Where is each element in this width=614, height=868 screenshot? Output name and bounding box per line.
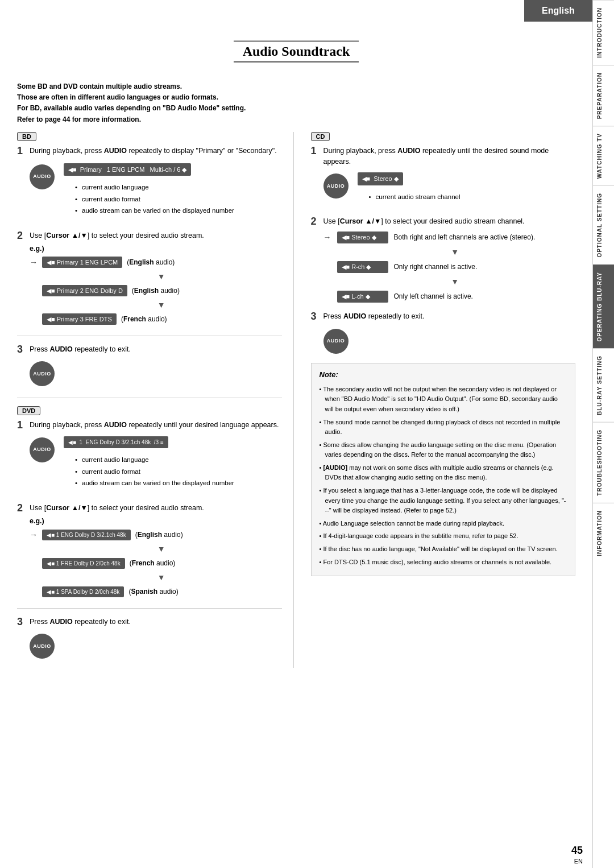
note-item-8: If the disc has no audio language, "Not … — [320, 544, 567, 555]
bd-step2-content: Use [Cursor ▲/▼] to select your desired … — [30, 230, 282, 328]
title-wrapper: Audio Soundtrack — [17, 11, 575, 72]
tab-troubleshooting[interactable]: TROUBLESHOOTING — [593, 422, 615, 503]
dvd-triangle-1: ▼ — [41, 543, 282, 555]
cd-channel-desc-1: Both right and left channels are active … — [394, 233, 536, 242]
dvd-divider-top — [17, 398, 282, 398]
page-en: EN — [574, 858, 583, 865]
dvd-stream-screen-1: ◀■ 1 ENG Dolby D 3/2.1ch 48k — [42, 530, 131, 540]
tab-operating-bluray[interactable]: OPERATING BLU-RAY — [593, 264, 615, 349]
dvd-badge: DVD — [17, 406, 40, 415]
dvd-stream-row-2: → ◀■ 1 FRE Dolby D 2/0ch 48k (French aud… — [30, 557, 282, 569]
dvd-step3: 3 Press AUDIO repeatedly to exit. AUDIO — [17, 617, 282, 663]
bd-arrow-1: → — [30, 257, 38, 268]
col-left: BD 1 During playback, press AUDIO repeat… — [17, 132, 294, 668]
cd-triangle-2: ▼ — [335, 276, 576, 288]
cd-triangle-1: ▼ — [335, 246, 576, 258]
cd-screen-diagram: AUDIO ◀■ Stereo ◆ current audio stream c… — [323, 170, 576, 206]
cd-screen-mockup: ◀■ Stereo ◆ — [358, 172, 403, 185]
cd-step1: 1 During playback, press AUDIO repeatedl… — [311, 146, 576, 211]
tab-preparation[interactable]: PREPARATION — [593, 65, 615, 126]
cd-step3: 3 Press AUDIO repeatedly to exit. AUDIO — [311, 311, 576, 357]
dvd-stream-row-1: → ◀■ 1 ENG Dolby D 3/2.1ch 48k (English … — [30, 529, 282, 541]
note-item-7: If 4-digit-language code appears in the … — [320, 531, 567, 542]
main-content: Audio Soundtrack Some BD and DVD contain… — [0, 0, 592, 685]
cd-step2: 2 Use [Cursor ▲/▼] to select your desire… — [311, 216, 576, 305]
bd-triangle-2: ▼ — [41, 299, 282, 311]
dvd-divider-bottom — [17, 608, 282, 609]
bd-stream-row-2: → ◀■ Primary 2 ENG Dolby D (English audi… — [30, 285, 282, 297]
bd-screen-diagram: AUDIO ◀■ Primary 1 ENG LPCM Multi-ch / 6… — [30, 161, 282, 221]
note-item-9: For DTS-CD (5.1 music disc), selecting a… — [320, 557, 567, 568]
bd-ann-1: current audio language — [75, 181, 282, 193]
tab-introduction[interactable]: INTRODUCTION — [593, 0, 615, 65]
bd-stream-label-1: (English audio) — [127, 257, 175, 267]
bd-audio-btn-exit: AUDIO — [30, 361, 55, 386]
dvd-stream-row-3: → ◀■ 1 SPA Dolby D 2/0ch 48k (Spanish au… — [30, 586, 282, 598]
bd-step1-content: During playback, press AUDIO repeatedly … — [30, 146, 282, 225]
dvd-triangle-2: ▼ — [41, 572, 282, 584]
dvd-step3-num: 3 — [17, 617, 26, 627]
dvd-ann-2: current audio format — [75, 466, 282, 478]
bd-step3-num: 3 — [17, 344, 26, 354]
dvd-stream-label-3: (Spanish audio) — [128, 586, 178, 597]
bd-triangle-1: ▼ — [41, 271, 282, 283]
bd-stream-screen-3: ◀■ Primary 3 FRE DTS — [42, 313, 117, 325]
dvd-ann-3: audio stream can be varied on the displa… — [75, 477, 282, 489]
cd-channel-row-2: → ◀■ R-ch ◆ Only right channel is active… — [323, 261, 576, 273]
cd-channel-screen-3: ◀■ L-ch ◆ — [337, 291, 388, 303]
bd-stream-label-2: (English audio) — [132, 286, 180, 296]
cd-step1-content: During playback, press AUDIO repeatedly … — [323, 146, 576, 211]
dvd-step3-content: Press AUDIO repeatedly to exit. AUDIO — [30, 617, 282, 663]
bd-step2: 2 Use [Cursor ▲/▼] to select your desire… — [17, 230, 282, 328]
cd-channel-desc-3: Only left channel is active. — [394, 292, 473, 301]
dvd-annotations: current audio language current audio for… — [75, 454, 282, 489]
bd-screen-mockup: ◀■ Primary 1 ENG LPCM Multi-ch / 6 ◆ — [64, 163, 191, 176]
tab-information[interactable]: INFORMATION — [593, 503, 615, 563]
dvd-step1-num: 1 — [17, 420, 26, 430]
dvd-audio-btn: AUDIO — [30, 437, 55, 462]
dvd-eg-label: e.g.) — [30, 516, 282, 527]
dvd-step1: 1 During playback, press AUDIO repeatedl… — [17, 420, 282, 497]
bd-audio-btn: AUDIO — [30, 164, 55, 189]
bd-ann-2: current audio format — [75, 193, 282, 205]
note-item-4: [AUDIO] may not work on some discs with … — [320, 463, 567, 483]
dvd-step2-num: 2 — [17, 503, 26, 513]
cd-step1-num: 1 — [311, 146, 320, 156]
dvd-ann-1: current audio language — [75, 454, 282, 466]
dvd-audio-btn-exit: AUDIO — [30, 634, 55, 659]
note-item-2: The sound mode cannot be changed during … — [320, 418, 567, 437]
dvd-stream-screen-3: ◀■ 1 SPA Dolby D 2/0ch 48k — [42, 586, 124, 597]
right-sidebar: INTRODUCTION PREPARATION WATCHING TV OPT… — [592, 0, 614, 868]
tab-bluray-setting[interactable]: BLU-RAY SETTING — [593, 348, 615, 422]
bd-stream-label-3: (French audio) — [121, 314, 167, 324]
col-right: CD 1 During playback, press AUDIO repeat… — [305, 132, 576, 668]
dvd-diagram: ◀■ 1 ENG Dolby D 3/2.1ch 48k /3 ≡ curren… — [64, 434, 282, 493]
cd-channel-row-1: → ◀■ Stereo ◆ Both right and left channe… — [323, 232, 576, 243]
dvd-stream-screen-2: ◀■ 1 FRE Dolby D 2/0ch 48k — [42, 558, 125, 569]
cd-step3-num: 3 — [311, 311, 320, 321]
dvd-step2-content: Use [Cursor ▲/▼] to select your desired … — [30, 503, 282, 600]
cd-step2-content: Use [Cursor ▲/▼] to select your desired … — [323, 216, 576, 305]
note-item-6: Audio Language selection cannot be made … — [320, 519, 567, 529]
bd-step2-num: 2 — [17, 230, 26, 241]
tab-optional-setting[interactable]: OPTIONAL SETTING — [593, 185, 615, 264]
tab-watching-tv[interactable]: WATCHING TV — [593, 126, 615, 185]
dvd-stream-label-1: (English audio) — [135, 530, 183, 540]
dvd-step2: 2 Use [Cursor ▲/▼] to select your desire… — [17, 503, 282, 600]
dvd-step1-content: During playback, press AUDIO repeatedly … — [30, 420, 282, 497]
dvd-screen-diagram: AUDIO ◀■ 1 ENG Dolby D 3/2.1ch 48k /3 ≡ … — [30, 434, 282, 493]
cd-audio-btn: AUDIO — [323, 173, 349, 199]
bd-ann-3: audio stream can be varied on the displa… — [75, 205, 282, 217]
note-title: Note: — [320, 369, 567, 381]
note-item-1: The secondary audio will not be output w… — [320, 385, 567, 415]
cd-diagram: ◀■ Stereo ◆ current audio stream channel — [358, 170, 576, 206]
cd-ann-1: current audio stream channel — [369, 191, 576, 203]
bd-stream-screen-1: ◀■ Primary 1 ENG LPCM — [42, 257, 122, 268]
page-title: Audio Soundtrack — [234, 40, 359, 63]
note-item-5: If you select a language that has a 3-le… — [320, 486, 567, 516]
page-number: 45 — [571, 845, 583, 857]
bd-eg-label: e.g.) — [30, 243, 282, 254]
cd-channel-row-3: → ◀■ L-ch ◆ Only left channel is active. — [323, 291, 576, 303]
bd-stream-screen-2: ◀■ Primary 2 ENG Dolby D — [42, 285, 127, 297]
bd-stream-row-3: → ◀■ Primary 3 FRE DTS (French audio) — [30, 313, 282, 325]
